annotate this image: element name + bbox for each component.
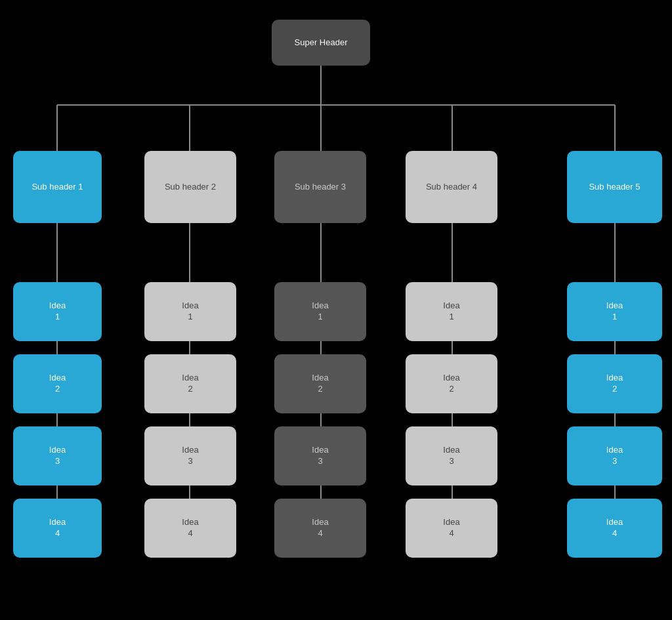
idea-sh5-3: Idea3 bbox=[567, 426, 662, 486]
idea-sh1-2: Idea2 bbox=[13, 354, 102, 413]
sub-header-2: Sub header 2 bbox=[144, 151, 236, 223]
idea-sh2-3: Idea3 bbox=[144, 426, 236, 486]
idea-sh4-1: Idea1 bbox=[406, 282, 497, 341]
idea-sh1-4: Idea4 bbox=[13, 499, 102, 558]
idea-sh3-4: Idea4 bbox=[274, 499, 366, 558]
idea-sh2-2: Idea2 bbox=[144, 354, 236, 413]
idea-sh2-4: Idea4 bbox=[144, 499, 236, 558]
idea-sh4-3: Idea3 bbox=[406, 426, 497, 486]
idea-sh5-2: Idea2 bbox=[567, 354, 662, 413]
idea-sh5-4: Idea4 bbox=[567, 499, 662, 558]
sub-header-4: Sub header 4 bbox=[406, 151, 497, 223]
idea-sh1-3: Idea3 bbox=[13, 426, 102, 486]
idea-sh3-2: Idea2 bbox=[274, 354, 366, 413]
sub-header-5: Sub header 5 bbox=[567, 151, 662, 223]
idea-sh4-4: Idea4 bbox=[406, 499, 497, 558]
idea-sh1-1: Idea1 bbox=[13, 282, 102, 341]
idea-sh3-1: Idea1 bbox=[274, 282, 366, 341]
idea-sh5-1: Idea1 bbox=[567, 282, 662, 341]
idea-sh2-1: Idea1 bbox=[144, 282, 236, 341]
sub-header-1: Sub header 1 bbox=[13, 151, 102, 223]
idea-sh4-2: Idea2 bbox=[406, 354, 497, 413]
idea-sh3-3: Idea3 bbox=[274, 426, 366, 486]
tree-container: Super Header Sub header 1 Sub header 2 S… bbox=[0, 0, 672, 620]
sub-header-3: Sub header 3 bbox=[274, 151, 366, 223]
super-header: Super Header bbox=[272, 20, 370, 66]
